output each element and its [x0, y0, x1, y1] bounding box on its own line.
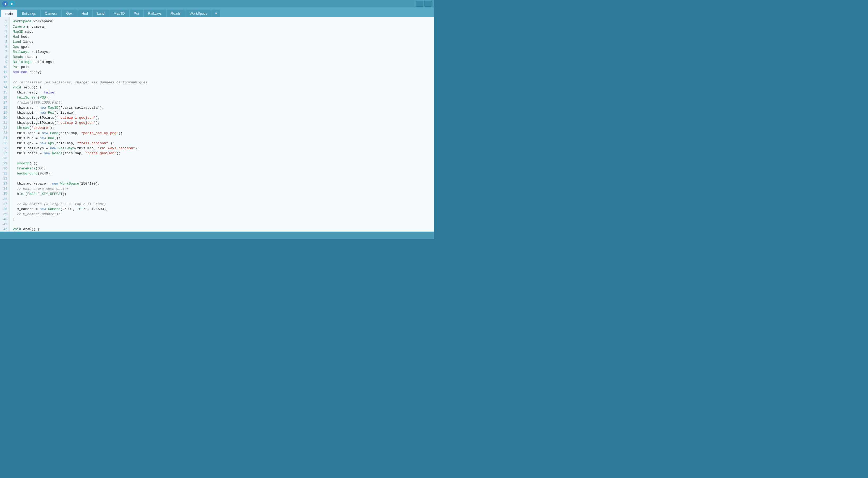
code-line: this.ready = false;	[13, 90, 431, 95]
token-type: Land	[13, 39, 21, 44]
token-plain: );	[96, 115, 100, 121]
code-line: Map3D map;	[13, 29, 431, 34]
token-plain: this.poi =	[13, 110, 39, 116]
token-plain: );	[119, 131, 123, 136]
tab-map3d[interactable]: Map3D	[110, 9, 129, 17]
token-kwnew: new	[52, 181, 58, 186]
token-type: Railways	[58, 146, 75, 151]
line-number: 42	[0, 227, 9, 231]
token-type: WorkSpace	[13, 19, 31, 24]
token-plain	[46, 136, 48, 141]
forward-button[interactable]: ▶	[9, 1, 15, 7]
token-plain: (this.map);	[54, 110, 77, 116]
code-line: boolean ready;	[13, 70, 431, 75]
code-line	[13, 75, 431, 80]
token-plain: );	[135, 146, 139, 151]
line-number: 16	[0, 95, 9, 100]
line-number: 20	[0, 116, 9, 121]
token-plain: workspace;	[31, 19, 54, 24]
token-comment: //size(1000,1000,P3D);	[13, 100, 62, 105]
token-plain: (8);	[29, 161, 37, 166]
code-line: Buildings buildings;	[13, 60, 431, 65]
token-plain: );	[96, 120, 100, 126]
token-plain: land;	[21, 39, 33, 44]
token-plain: draw() {	[21, 227, 39, 231]
line-number: 35	[0, 191, 9, 196]
code-line: this.railways = new Railways(this.map, "…	[13, 146, 431, 151]
code-line: hint(ENABLE_KEY_REPEAT);	[13, 191, 431, 196]
corner-btn-2[interactable]	[425, 1, 432, 7]
token-plain: m_camera;	[25, 24, 46, 30]
token-type: Buildings	[13, 60, 31, 65]
token-type: Camera	[13, 24, 25, 30]
bottom-bar	[0, 231, 434, 239]
line-number: 10	[0, 65, 9, 70]
token-kwnew: new	[44, 151, 50, 156]
code-line: this.land = new Land(this.map, "paris_sa…	[13, 131, 431, 136]
token-void: void	[13, 227, 21, 231]
token-plain: setup() {	[21, 85, 42, 90]
token-plain: );	[50, 125, 54, 131]
code-area: 1234567891011121314151617181920212223242…	[0, 17, 434, 231]
token-type: Camera	[48, 206, 61, 212]
token-type: Hud	[48, 136, 54, 141]
token-fn: frameRate	[13, 166, 36, 171]
token-fn: hint	[13, 191, 25, 197]
token-plain: this.poi.getPoints(	[13, 115, 56, 121]
tab-land[interactable]: Land	[93, 9, 109, 17]
line-number: 18	[0, 105, 9, 110]
token-plain: (this.map,	[62, 151, 85, 156]
token-plain: hud;	[19, 34, 29, 39]
token-plain: this.railways =	[13, 146, 50, 151]
tab-camera[interactable]: Camera	[41, 9, 61, 17]
code-line: Camera m_camera;	[13, 24, 431, 29]
line-number: 36	[0, 196, 9, 201]
token-plain: this.ready =	[13, 90, 44, 95]
code-content: WorkSpace workspace;Camera m_camera;Map3…	[9, 17, 434, 231]
tab-buildings[interactable]: Buildings	[18, 9, 40, 17]
token-plain: ();	[54, 136, 60, 141]
code-line: }	[13, 217, 431, 222]
tab-gpx[interactable]: Gpx	[62, 9, 77, 17]
token-string: 'prepare'	[31, 125, 50, 131]
tab-main[interactable]: main	[1, 9, 17, 17]
token-kwnew: new	[50, 146, 56, 151]
code-line	[13, 196, 431, 201]
tab-railways[interactable]: Railways	[144, 9, 166, 17]
code-line: Hud hud;	[13, 34, 431, 39]
token-type: Railways	[13, 50, 29, 55]
code-line: frameRate(60);	[13, 166, 431, 171]
token-plain: );	[116, 151, 121, 156]
tab-workspace[interactable]: WorkSpace	[185, 9, 212, 17]
code-line	[13, 176, 431, 181]
line-number: 5	[0, 39, 9, 44]
tab-bar: mainBuildingsCameraGpxHudLandMap3DPoiRai…	[0, 7, 434, 17]
token-plain: /2, 1.1593);	[83, 206, 108, 212]
tab-hud[interactable]: Hud	[77, 9, 92, 17]
code-line: smooth(8);	[13, 161, 431, 166]
token-kwnew: new	[39, 141, 46, 146]
corner-btn-1[interactable]	[416, 1, 423, 7]
token-plain	[46, 105, 48, 110]
token-plain: m_camera =	[13, 206, 39, 212]
code-line: // 3D camera (X+ right / Z+ top / Y+ Fro…	[13, 201, 431, 206]
token-plain: poi;	[19, 65, 29, 70]
tab-roads[interactable]: Roads	[166, 9, 185, 17]
token-type: Poi	[13, 65, 19, 70]
code-line: this.poi = new Poi(this.map);	[13, 110, 431, 116]
back-button[interactable]: ◀	[2, 1, 8, 7]
line-number: 40	[0, 217, 9, 222]
tab-more-button[interactable]: ▼	[212, 9, 220, 17]
line-number: 37	[0, 201, 9, 206]
tab-poi[interactable]: Poi	[130, 9, 143, 17]
line-number: 13	[0, 80, 9, 85]
code-line: this.hud = new Hud();	[13, 136, 431, 141]
token-plain: (	[38, 95, 40, 100]
token-string: 'heatmap_2.geojson'	[56, 120, 96, 126]
token-comment: // Make camra move easier	[13, 186, 69, 192]
token-plain: (this.map,	[75, 146, 98, 151]
token-plain	[58, 181, 61, 186]
line-number: 30	[0, 166, 9, 171]
line-number: 12	[0, 75, 9, 80]
token-plain: map;	[23, 29, 33, 34]
